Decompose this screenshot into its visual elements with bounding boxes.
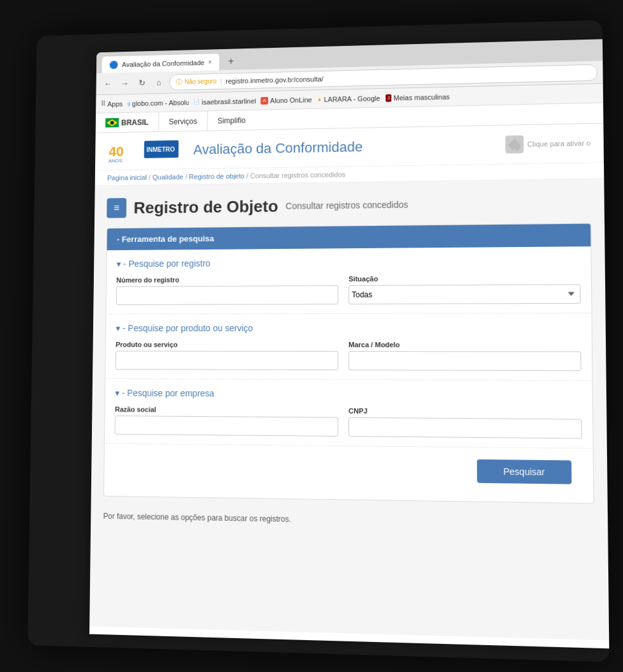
search-panel-title: - Ferramenta de pesquisa <box>117 234 214 244</box>
cnpj-label: CNPJ <box>349 407 582 416</box>
situacao-select[interactable]: Todas Ativa Cancelada Suspensa <box>349 284 581 304</box>
plugin-text: Clique para ativar o <box>527 139 590 148</box>
bookmark-aluno[interactable]: A Aluno OnLine <box>260 95 312 103</box>
meias-label: Meias masculinas <box>393 93 449 101</box>
breadcrumb-current: Consultar registros concedidos <box>250 170 345 179</box>
search-panel: - Ferramenta de pesquisa ▾ - Pesquise po… <box>103 223 594 504</box>
simplificado-label: Simplifio <box>218 116 246 124</box>
info-text: Por favor, selecione as opções para busc… <box>103 506 594 534</box>
back-button[interactable]: ← <box>101 77 114 91</box>
breadcrumb-qualidade[interactable]: Qualidade <box>153 173 183 181</box>
heading-subtitle: Consultar registros concedidos <box>285 199 408 211</box>
heading-icon: ≡ <box>107 198 126 218</box>
cnpj-input[interactable] <box>349 417 582 438</box>
simplificado-button[interactable]: Simplifio <box>207 110 255 130</box>
arrow-icon: ▾ <box>117 258 121 269</box>
home-button[interactable]: ⌂ <box>152 75 165 89</box>
apps-bookmark[interactable]: ⠿ Apps <box>101 99 123 107</box>
globo-label: globo.com - Absolut <box>132 98 189 107</box>
bookmark-globo[interactable]: g globo.com - Absolut <box>128 98 189 107</box>
bookmark-meias[interactable]: J Meias masculinas <box>386 93 450 101</box>
razao-label: Razão social <box>115 405 338 414</box>
razao-input[interactable] <box>115 415 338 437</box>
situacao-group: Situação Todas Ativa Cancelada Suspensa <box>349 273 581 304</box>
search-button[interactable]: Pesquisar <box>477 459 572 484</box>
new-tab-button[interactable]: + <box>222 52 239 70</box>
bookmark-larara[interactable]: ▲ LARARA - Google Dr <box>317 94 380 103</box>
globo-favicon: g <box>128 100 130 107</box>
search-section-registro: ▾ - Pesquise por registro Número do regi… <box>106 246 591 315</box>
empresa-section-title: ▾ - Pesquise por empresa <box>115 387 582 400</box>
registro-title-text: - Pesquise por registro <box>123 258 210 269</box>
registro-fields-row: Número do registro Situação Todas Ativa … <box>116 273 581 304</box>
isae-label: isaebrasil.starlinetec <box>202 96 256 105</box>
arrow-icon-3: ▾ <box>115 387 119 398</box>
device-frame: 🔵 Avaliação da Conformidade × + ← → ↻ ⌂ … <box>27 20 609 662</box>
cnpj-group: CNPJ <box>349 407 582 438</box>
heading-title: Registro de Objeto <box>133 196 278 217</box>
search-panel-header: - Ferramenta de pesquisa <box>107 223 591 250</box>
bookmark-isae[interactable]: 📄 isaebrasil.starlinetec <box>193 96 255 105</box>
puzzle-icon <box>505 135 523 154</box>
produto-input[interactable] <box>116 350 338 370</box>
produto-fields-row: Produto ou serviço Marca / Modelo <box>116 340 582 370</box>
active-tab[interactable]: 🔵 Avaliação da Conformidade × <box>101 52 220 73</box>
marca-group: Marca / Modelo <box>349 341 582 371</box>
razao-group: Razão social <box>115 405 338 437</box>
numero-registro-group: Número do registro <box>116 275 338 305</box>
svg-text:ANOS: ANOS <box>109 158 123 163</box>
aluno-label: Aluno OnLine <box>270 95 312 103</box>
brasil-label: BRASIL <box>121 117 149 126</box>
produto-group: Produto ou serviço <box>116 340 338 370</box>
not-secure-label: Não seguro <box>184 77 216 85</box>
situacao-label: Situação <box>349 273 580 282</box>
numero-label: Número do registro <box>116 275 338 284</box>
search-section-empresa: ▾ - Pesquise por empresa Razão social CN… <box>105 378 593 448</box>
svg-text:INMETRO: INMETRO <box>147 146 176 153</box>
search-section-produto: ▾ - Pesquise por produto ou serviço Prod… <box>105 313 592 381</box>
meias-favicon: J <box>386 94 392 101</box>
logo-40anos: 40 ANOS <box>107 138 134 163</box>
tab-close-button[interactable]: × <box>208 58 212 65</box>
tab-favicon: 🔵 <box>109 60 118 69</box>
brasil-button[interactable]: BRASIL <box>96 112 159 132</box>
page-heading: ≡ Registro de Objeto Consultar registros… <box>107 191 591 218</box>
aluno-favicon: A <box>260 96 268 104</box>
larara-label: LARARA - Google Dr <box>324 94 380 103</box>
plugin-activation[interactable]: Clique para ativar o <box>505 134 590 153</box>
security-warning-icon: ⓘ <box>176 77 183 86</box>
produto-label: Produto ou serviço <box>116 340 338 348</box>
browser-window: 🔵 Avaliação da Conformidade × + ← → ↻ ⌂ … <box>89 39 609 648</box>
reload-button[interactable]: ↻ <box>135 75 148 89</box>
breadcrumb-home[interactable]: Pagina inicial <box>107 174 147 182</box>
page-header-title: Avaliação da Conformidade <box>193 138 363 158</box>
marca-label: Marca / Modelo <box>349 341 581 348</box>
logo-inmetro: INMETRO <box>144 137 179 163</box>
breadcrumb-registro[interactable]: Registro de objeto <box>189 172 244 180</box>
arrow-icon-2: ▾ <box>116 323 120 333</box>
main-content: ≡ Registro de Objeto Consultar registros… <box>89 179 609 640</box>
brasil-flag-icon <box>105 117 119 127</box>
svg-text:40: 40 <box>109 144 124 159</box>
url-text: registro.inmetro.gov.br/consulta/ <box>226 75 324 84</box>
marca-input[interactable] <box>349 351 582 371</box>
produto-title-text: - Pesquise por produto ou serviço <box>123 323 253 333</box>
list-icon: ≡ <box>114 202 119 214</box>
empresa-fields-row: Razão social CNPJ <box>115 405 582 438</box>
apps-grid-icon: ⠿ <box>101 100 106 108</box>
forward-button[interactable]: → <box>118 76 131 90</box>
servicos-button[interactable]: Serviços <box>159 111 207 131</box>
produto-section-title: ▾ - Pesquise por produto ou serviço <box>116 322 581 333</box>
isae-favicon: 📄 <box>193 98 200 105</box>
tab-title: Avaliação da Conformidade <box>122 58 204 68</box>
registro-section-title: ▾ - Pesquise por registro <box>117 255 581 269</box>
larara-favicon: ▲ <box>317 95 322 103</box>
empresa-title-text: - Pesquise por empresa <box>122 387 214 398</box>
numero-input[interactable] <box>116 285 338 305</box>
servicos-label: Serviços <box>169 116 197 125</box>
apps-label: Apps <box>107 100 123 107</box>
